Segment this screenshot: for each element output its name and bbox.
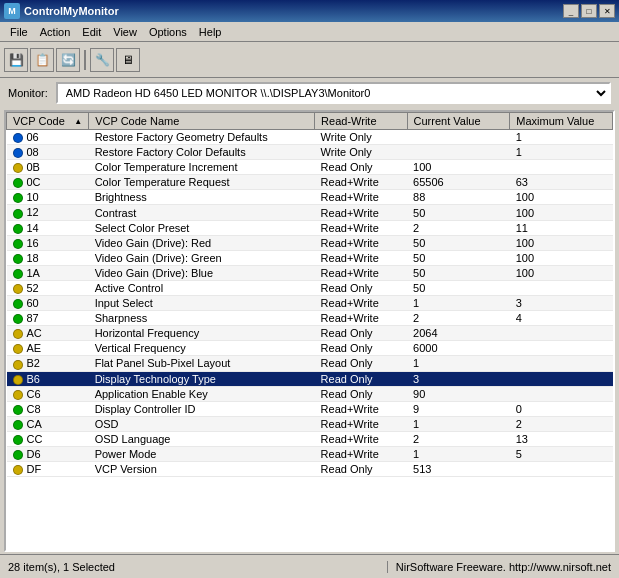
cell-read-write: Read Only (315, 371, 407, 386)
cell-maximum-value: 5 (510, 446, 613, 461)
cell-vcp-name: OSD (89, 416, 315, 431)
col-vcp-code[interactable]: VCP Code▲ (7, 113, 89, 130)
cell-current-value (407, 130, 510, 145)
cell-read-write: Read+Write (315, 401, 407, 416)
cell-maximum-value (510, 462, 613, 477)
cell-vcp-code: 52 (7, 280, 89, 295)
close-button[interactable]: ✕ (599, 4, 615, 18)
menu-bar: FileActionEditViewOptionsHelp (0, 22, 619, 42)
table-row[interactable]: CC OSD Language Read+Write 2 13 (7, 431, 613, 446)
table-row[interactable]: AE Vertical Frequency Read Only 6000 (7, 341, 613, 356)
cell-vcp-code: B2 (7, 356, 89, 371)
table-row[interactable]: 0C Color Temperature Request Read+Write … (7, 175, 613, 190)
table-row[interactable]: DF VCP Version Read Only 513 (7, 462, 613, 477)
cell-current-value: 1 (407, 296, 510, 311)
table-row[interactable]: 18 Video Gain (Drive): Green Read+Write … (7, 250, 613, 265)
cell-vcp-name: Display Technology Type (89, 371, 315, 386)
cell-vcp-name: Restore Factory Geometry Defaults (89, 130, 315, 145)
cell-maximum-value: 13 (510, 431, 613, 446)
table-header-row: VCP Code▲ VCP Code Name Read-Write Curre… (7, 113, 613, 130)
table-row[interactable]: 60 Input Select Read+Write 1 3 (7, 296, 613, 311)
cell-vcp-name: Vertical Frequency (89, 341, 315, 356)
cell-vcp-code: D6 (7, 446, 89, 461)
cell-maximum-value (510, 386, 613, 401)
col-read-write[interactable]: Read-Write (315, 113, 407, 130)
cell-vcp-code: AC (7, 326, 89, 341)
table-row[interactable]: 52 Active Control Read Only 50 (7, 280, 613, 295)
table-row[interactable]: 06 Restore Factory Geometry Defaults Wri… (7, 130, 613, 145)
table-row[interactable]: 08 Restore Factory Color Defaults Write … (7, 145, 613, 160)
table-row[interactable]: C8 Display Controller ID Read+Write 9 0 (7, 401, 613, 416)
toolbar-save-btn[interactable]: 💾 (4, 48, 28, 72)
table-row[interactable]: 0B Color Temperature Increment Read Only… (7, 160, 613, 175)
cell-current-value: 88 (407, 190, 510, 205)
cell-read-write: Read+Write (315, 235, 407, 250)
toolbar-open-btn[interactable]: 📋 (30, 48, 54, 72)
table-row[interactable]: C6 Application Enable Key Read Only 90 (7, 386, 613, 401)
title-bar-icon: M (4, 3, 20, 19)
cell-vcp-code: CC (7, 431, 89, 446)
cell-vcp-code: 18 (7, 250, 89, 265)
cell-maximum-value: 1 (510, 145, 613, 160)
menu-item-view[interactable]: View (107, 24, 143, 40)
monitor-select[interactable]: AMD Radeon HD 6450 LED MONITOR \\.\DISPL… (56, 82, 611, 104)
cell-maximum-value: 1 (510, 130, 613, 145)
cell-current-value: 2064 (407, 326, 510, 341)
cell-maximum-value: 100 (510, 190, 613, 205)
table-row[interactable]: 14 Select Color Preset Read+Write 2 11 (7, 220, 613, 235)
menu-item-edit[interactable]: Edit (76, 24, 107, 40)
cell-read-write: Read+Write (315, 205, 407, 220)
col-vcp-name[interactable]: VCP Code Name (89, 113, 315, 130)
cell-current-value: 50 (407, 250, 510, 265)
cell-read-write: Read Only (315, 160, 407, 175)
minimize-button[interactable]: _ (563, 4, 579, 18)
table-container: VCP Code▲ VCP Code Name Read-Write Curre… (4, 110, 615, 552)
cell-vcp-name: Contrast (89, 205, 315, 220)
table-row[interactable]: 1A Video Gain (Drive): Blue Read+Write 5… (7, 265, 613, 280)
cell-current-value: 3 (407, 371, 510, 386)
table-row[interactable]: 10 Brightness Read+Write 88 100 (7, 190, 613, 205)
cell-current-value: 9 (407, 401, 510, 416)
cell-maximum-value: 0 (510, 401, 613, 416)
cell-vcp-name: Display Controller ID (89, 401, 315, 416)
cell-read-write: Read Only (315, 386, 407, 401)
menu-item-action[interactable]: Action (34, 24, 77, 40)
menu-item-options[interactable]: Options (143, 24, 193, 40)
cell-maximum-value (510, 371, 613, 386)
cell-maximum-value: 63 (510, 175, 613, 190)
cell-vcp-code: C6 (7, 386, 89, 401)
cell-current-value: 100 (407, 160, 510, 175)
cell-read-write: Read Only (315, 280, 407, 295)
cell-maximum-value (510, 341, 613, 356)
menu-item-help[interactable]: Help (193, 24, 228, 40)
toolbar-monitor-btn[interactable]: 🖥 (116, 48, 140, 72)
table-row[interactable]: CA OSD Read+Write 1 2 (7, 416, 613, 431)
cell-vcp-name: Flat Panel Sub-Pixel Layout (89, 356, 315, 371)
table-row[interactable]: 12 Contrast Read+Write 50 100 (7, 205, 613, 220)
table-row[interactable]: AC Horizontal Frequency Read Only 2064 (7, 326, 613, 341)
cell-maximum-value (510, 356, 613, 371)
cell-current-value: 2 (407, 220, 510, 235)
table-row[interactable]: 16 Video Gain (Drive): Red Read+Write 50… (7, 235, 613, 250)
status-right: NirSoftware Freeware. http://www.nirsoft… (388, 561, 619, 573)
table-row[interactable]: 87 Sharpness Read+Write 2 4 (7, 311, 613, 326)
cell-vcp-code: 14 (7, 220, 89, 235)
table-row[interactable]: D6 Power Mode Read+Write 1 5 (7, 446, 613, 461)
cell-vcp-code: 0B (7, 160, 89, 175)
toolbar-refresh-btn[interactable]: 🔄 (56, 48, 80, 72)
monitor-bar: Monitor: AMD Radeon HD 6450 LED MONITOR … (0, 78, 619, 108)
table-row[interactable]: B6 Display Technology Type Read Only 3 (7, 371, 613, 386)
table-row[interactable]: B2 Flat Panel Sub-Pixel Layout Read Only… (7, 356, 613, 371)
cell-vcp-name: Select Color Preset (89, 220, 315, 235)
maximize-button[interactable]: □ (581, 4, 597, 18)
menu-item-file[interactable]: File (4, 24, 34, 40)
col-current-value[interactable]: Current Value (407, 113, 510, 130)
col-maximum-value[interactable]: Maximum Value (510, 113, 613, 130)
cell-maximum-value: 11 (510, 220, 613, 235)
cell-vcp-code: CA (7, 416, 89, 431)
title-bar-buttons: _ □ ✕ (563, 4, 615, 18)
cell-vcp-code: 08 (7, 145, 89, 160)
cell-vcp-code: 10 (7, 190, 89, 205)
cell-current-value: 1 (407, 446, 510, 461)
toolbar-settings-btn[interactable]: 🔧 (90, 48, 114, 72)
